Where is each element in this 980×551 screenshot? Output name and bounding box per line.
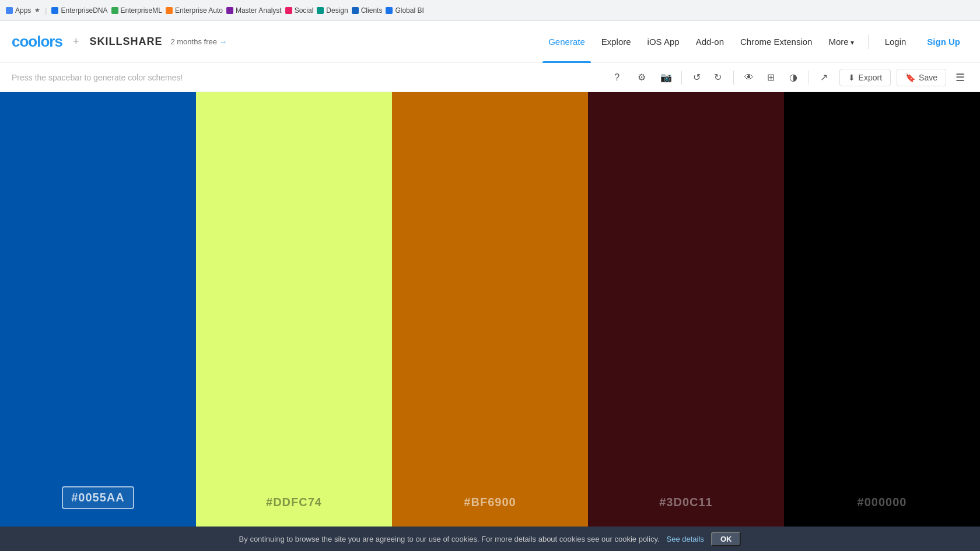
globalbi-favicon	[386, 7, 393, 14]
toolbar-hint: Press the spacebar to generate color sch…	[12, 73, 601, 82]
toolbar: Press the spacebar to generate color sch…	[0, 63, 980, 92]
cookie-details-link[interactable]: See details	[667, 535, 704, 543]
palette-container: #0055AA#DDFC74#BF6900#3D0C11#000000	[0, 92, 980, 527]
color-swatch-1[interactable]: #0055AA	[0, 92, 196, 527]
toolbar-separator-1	[681, 71, 682, 85]
export-button[interactable]: ⬇ Export	[839, 69, 891, 86]
logo-text: coolors	[12, 33, 62, 51]
bookmark-globalbi[interactable]: Global BI	[386, 6, 424, 15]
undo-redo-group: ↺ ↻	[688, 68, 727, 87]
camera-icon[interactable]: 📷	[657, 68, 676, 87]
nav-right: Generate Explore iOS App Add-on Chrome E…	[542, 33, 968, 50]
bookmark-design[interactable]: Design	[317, 6, 348, 15]
help-icon[interactable]: ?	[608, 68, 626, 87]
color-swatch-5[interactable]: #000000	[784, 92, 980, 527]
top-navigation: coolors + SKILLSHARE 2 months free → Gen…	[0, 21, 980, 63]
browser-bookmarks-bar: Apps ★ | EnterpriseDNA EnterpriseML Ente…	[0, 0, 980, 21]
color-hex-label-1: #0055AA	[62, 486, 134, 509]
signup-button[interactable]: Sign Up	[919, 33, 968, 50]
toolbar-icons: ? ⚙ 📷 ↺ ↻ 👁 ⊞ ◑ ↗ ⬇ Export 🔖 Save ☰	[608, 68, 968, 87]
view-grid-icon[interactable]: ⊞	[762, 68, 780, 87]
logo[interactable]: coolors	[12, 33, 62, 51]
color-hex-label-5: #000000	[858, 496, 907, 509]
bookmark-clients[interactable]: Clients	[352, 6, 383, 15]
color-hex-label-4: #3D0C11	[659, 496, 713, 509]
skillshare-text: SKILLSHARE	[89, 36, 162, 48]
cookie-ok-button[interactable]: OK	[711, 532, 741, 546]
enterprisedna-favicon	[51, 7, 58, 14]
nav-explore[interactable]: Explore	[596, 33, 637, 50]
color-swatch-3[interactable]: #BF6900	[392, 92, 588, 527]
cookie-banner: By continuing to browse the site you are…	[0, 527, 980, 551]
star-icon: ★	[34, 6, 40, 14]
bookmark-enterprisedna[interactable]: EnterpriseDNA	[51, 6, 107, 15]
undo-icon[interactable]: ↺	[688, 68, 706, 87]
view-eye-icon[interactable]: 👁	[740, 68, 758, 87]
nav-generate[interactable]: Generate	[542, 33, 591, 50]
nav-more[interactable]: More	[822, 33, 859, 50]
toolbar-separator-2	[733, 71, 734, 85]
bookmark-enterpriseml[interactable]: EnterpriseML	[111, 6, 162, 15]
share-icon[interactable]: ↗	[815, 68, 834, 87]
view-icons-group: 👁 ⊞ ◑	[740, 68, 803, 87]
enterpriseauto-favicon	[166, 7, 173, 14]
color-swatch-2[interactable]: #DDFC74	[196, 92, 392, 527]
design-favicon	[317, 7, 324, 14]
bookmark-apps[interactable]: Apps	[6, 6, 31, 15]
apps-favicon	[6, 7, 13, 14]
view-circle-icon[interactable]: ◑	[784, 68, 803, 87]
masteranalyst-favicon	[226, 7, 233, 14]
login-button[interactable]: Login	[877, 33, 915, 50]
color-swatch-4[interactable]: #3D0C11	[588, 92, 784, 527]
nav-ios[interactable]: iOS App	[642, 33, 685, 50]
hamburger-menu-icon[interactable]: ☰	[952, 68, 968, 87]
save-button[interactable]: 🔖 Save	[897, 69, 946, 86]
logo-plus: +	[73, 36, 79, 48]
cookie-message: By continuing to browse the site you are…	[239, 535, 660, 543]
enterpriseml-favicon	[111, 7, 118, 14]
settings-icon[interactable]: ⚙	[632, 68, 651, 87]
nav-chrome[interactable]: Chrome Extension	[734, 33, 818, 50]
nav-left: coolors + SKILLSHARE 2 months free →	[12, 33, 227, 51]
bookmark-enterpriseauto[interactable]: Enterprise Auto	[166, 6, 223, 15]
color-hex-label-3: #BF6900	[464, 496, 516, 509]
bookmark-social[interactable]: Social	[285, 6, 314, 15]
color-hex-label-2: #DDFC74	[266, 496, 322, 509]
promo-arrow-icon: →	[219, 37, 227, 46]
toolbar-separator-3	[808, 71, 809, 85]
bookmark-masteranalyst[interactable]: Master Analyst	[226, 6, 282, 15]
promo-link[interactable]: 2 months free →	[170, 37, 227, 46]
chevron-down-icon	[850, 37, 854, 47]
nav-divider	[868, 35, 869, 49]
redo-icon[interactable]: ↻	[709, 68, 727, 87]
social-favicon	[285, 7, 292, 14]
clients-favicon	[352, 7, 359, 14]
save-icon: 🔖	[905, 73, 915, 82]
export-icon: ⬇	[848, 73, 855, 82]
nav-addon[interactable]: Add-on	[690, 33, 730, 50]
